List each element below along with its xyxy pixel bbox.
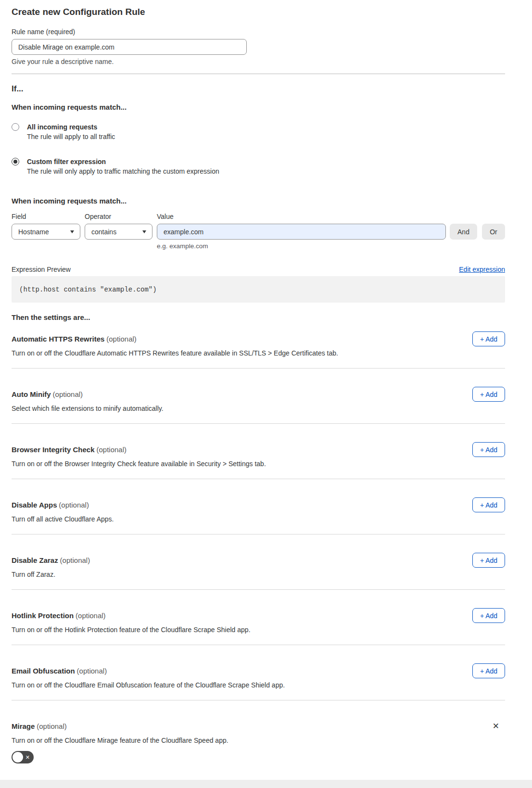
setting-description: Turn on or off the Cloudflare Mirage fea… [12,736,505,745]
mirage-toggle[interactable]: ✕ [12,751,34,763]
setting-section: Email Obfuscation (optional) Turn on or … [12,645,505,700]
toggle-off-x-icon: ✕ [25,755,30,760]
setting-optional-label: (optional) [76,611,106,620]
chevron-down-icon [70,230,74,233]
add-button[interactable]: + Add [472,608,505,623]
page-bottom-edge [0,780,532,788]
close-icon[interactable]: ✕ [493,722,499,730]
add-button[interactable]: + Add [472,497,505,512]
setting-optional-label: (optional) [53,390,83,398]
builder-heading: When incoming requests match... [12,197,505,205]
radio-label: Custom filter expression [27,157,219,166]
add-button[interactable]: + Add [472,331,505,346]
setting-section: Auto Minify (optional) Select which file… [12,369,505,424]
setting-name: Auto Minify [12,390,51,398]
setting-section: Browser Integrity Check (optional) Turn … [12,424,505,479]
or-button[interactable]: Or [482,224,505,240]
if-heading: If... [12,84,505,94]
setting-optional-label: (optional) [60,556,90,564]
then-settings-heading: Then the settings are... [12,313,505,321]
setting-optional-label: (optional) [96,445,127,454]
field-select-value: Hostname [18,228,49,236]
radio-description: The rule will apply to all traffic [27,132,115,141]
setting-name: Browser Integrity Check [12,445,95,454]
setting-optional-label: (optional) [106,335,137,343]
match-subheading: When incoming requests match... [12,103,505,111]
setting-name: Mirage [12,722,35,730]
expression-builder-row: Field Hostname Operator contains Value A… [12,213,505,240]
setting-description: Turn on or off the Hotlink Protection fe… [12,625,505,635]
rule-name-label: Rule name (required) [12,28,505,36]
add-button[interactable]: + Add [472,387,505,402]
radio-label: All incoming requests [27,122,115,132]
setting-name: Email Obfuscation [12,667,75,675]
toggle-knob [13,752,23,763]
operator-label: Operator [85,213,152,220]
setting-section: Automatic HTTPS Rewrites (optional) Turn… [12,321,505,369]
operator-select-value: contains [91,228,116,236]
setting-name: Automatic HTTPS Rewrites [12,335,104,343]
setting-name: Disable Zaraz [12,556,58,564]
create-configuration-rule-form: Create new Configuration Rule Rule name … [12,0,505,763]
radio-icon [12,158,19,165]
field-select[interactable]: Hostname [12,224,80,240]
and-button[interactable]: And [450,224,477,240]
setting-optional-label: (optional) [37,722,67,730]
value-helper: e.g. example.com [157,242,505,250]
value-input[interactable] [157,224,446,240]
setting-description: Turn off Zaraz. [12,570,505,579]
setting-optional-label: (optional) [59,501,89,509]
setting-description: Turn on or off the Cloudflare Email Obfu… [12,681,505,690]
setting-name: Hotlink Protection [12,611,74,620]
page-title: Create new Configuration Rule [12,0,505,17]
setting-section-mirage: Mirage (optional) ✕ Turn on or off the C… [12,700,505,763]
setting-section: Hotlink Protection (optional) Turn on or… [12,590,505,645]
setting-description: Select which file extensions to minify a… [12,404,505,413]
expression-preview-label: Expression Preview [12,266,71,273]
setting-description: Turn on or off the Cloudflare Automatic … [12,349,505,358]
add-button[interactable]: + Add [472,553,505,568]
add-button[interactable]: + Add [472,442,505,457]
expression-preview-code: (http.host contains "example.com") [12,276,505,303]
edit-expression-link[interactable]: Edit expression [459,266,505,273]
radio-option-custom-filter-expression[interactable]: Custom filter expression The rule will o… [12,157,505,176]
setting-description: Turn off all active Cloudflare Apps. [12,515,505,524]
add-button[interactable]: + Add [472,663,505,678]
chevron-down-icon [142,230,146,233]
settings-list: Automatic HTTPS Rewrites (optional) Turn… [12,321,505,700]
value-label: Value [157,213,446,220]
setting-description: Turn on or off the Browser Integrity Che… [12,459,505,469]
radio-option-all-incoming-requests[interactable]: All incoming requests The rule will appl… [12,122,505,141]
setting-optional-label: (optional) [77,667,107,675]
rule-name-helper: Give your rule a descriptive name. [12,58,505,65]
setting-section: Disable Zaraz (optional) Turn off Zaraz.… [12,534,505,590]
divider [12,74,505,74]
field-label: Field [12,213,80,220]
radio-icon [12,123,19,131]
operator-select[interactable]: contains [85,224,152,240]
rule-name-input[interactable] [12,39,247,55]
setting-name: Disable Apps [12,501,57,509]
setting-section: Disable Apps (optional) Turn off all act… [12,479,505,534]
radio-description: The rule will only apply to traffic matc… [27,166,219,176]
